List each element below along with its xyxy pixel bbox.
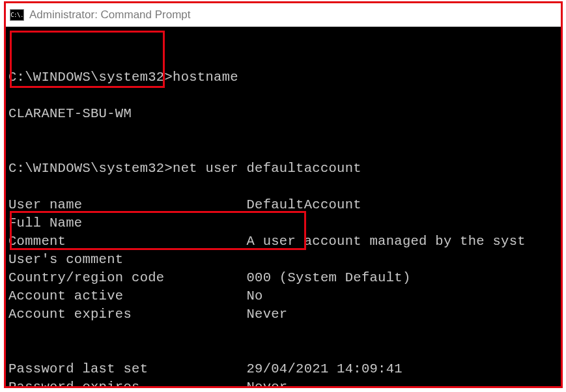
screenshot-frame: C:\. Administrator: Command Prompt C:\WI… <box>4 1 563 388</box>
prompt-netuser: C:\WINDOWS\system32>net user defaultacco… <box>8 160 558 178</box>
field-row: Password expires Never <box>8 378 558 386</box>
field-row: Account active No <box>8 287 558 305</box>
prompt-hostname: C:\WINDOWS\system32>hostname <box>8 68 558 87</box>
field-row: Comment A user account managed by the sy… <box>8 232 558 251</box>
field-row: User name DefaultAccount <box>8 196 558 214</box>
field-row: Full Name <box>8 214 558 232</box>
terminal-output[interactable]: C:\WINDOWS\system32>hostname CLARANET-SB… <box>6 27 561 386</box>
cmd-icon: C:\. <box>10 9 24 21</box>
field-row: Password last set 29/04/2021 14:09:41 <box>8 360 558 378</box>
hostname-output: CLARANET-SBU-WM <box>8 105 558 123</box>
window-title: Administrator: Command Prompt <box>29 8 191 21</box>
field-row: Account expires Never <box>8 305 558 324</box>
field-row: User's comment <box>8 251 558 269</box>
field-row: Country/region code 000 (System Default) <box>8 269 558 287</box>
window-title-bar[interactable]: C:\. Administrator: Command Prompt <box>6 3 561 27</box>
